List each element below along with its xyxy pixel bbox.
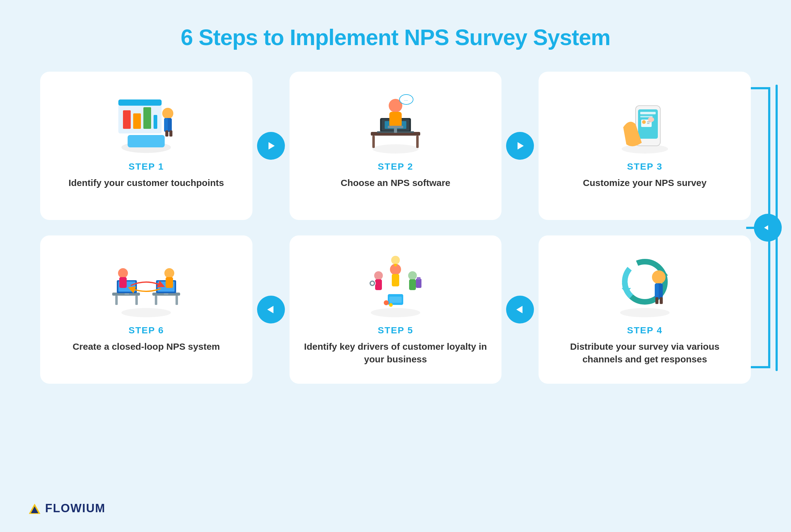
svg-point-73: [389, 303, 393, 307]
svg-rect-7: [154, 115, 157, 129]
row-2: STEP 6 Create a closed-loop NPS system: [40, 235, 751, 384]
svg-text:...: ...: [404, 97, 408, 102]
svg-rect-49: [155, 296, 157, 305]
step-5-label: STEP 5: [378, 325, 413, 336]
svg-rect-41: [115, 296, 118, 305]
svg-rect-55: [166, 277, 173, 288]
step-2-illustration: ...: [355, 87, 436, 155]
row-1: STEP 1 Identify your customer touchpoint…: [40, 72, 751, 220]
step-4-description: Distribute your survey via various chann…: [551, 340, 738, 365]
v-connector-arrow: [754, 214, 782, 242]
right-vertical-line: [768, 87, 770, 368]
svg-rect-5: [133, 113, 141, 129]
step-2-description: Choose an NPS software: [340, 177, 450, 189]
svg-rect-6: [143, 107, 151, 129]
step-3-label: STEP 3: [627, 161, 662, 172]
step-3-description: Customize your NPS survey: [583, 177, 707, 189]
step-1-description: Identify your customer touchpoints: [69, 177, 224, 189]
step-3-card: STEP 3 Customize your NPS survey: [539, 72, 751, 220]
svg-rect-42: [135, 296, 138, 305]
svg-point-39: [121, 308, 171, 317]
step-1-card: STEP 1 Identify your customer touchpoint…: [40, 72, 252, 220]
step-6-card: STEP 6 Create a closed-loop NPS system: [40, 235, 252, 384]
svg-rect-68: [416, 279, 421, 288]
svg-rect-17: [416, 136, 419, 148]
svg-rect-50: [175, 296, 178, 305]
step-6-illustration: [106, 251, 186, 319]
step-5-description: Identify key drivers of customer loyalty…: [302, 340, 489, 365]
svg-rect-83: [655, 297, 658, 304]
arrow-1-2: [252, 132, 289, 160]
svg-point-8: [162, 108, 173, 119]
arrow-btn-4-5: [506, 296, 534, 323]
svg-point-57: [371, 308, 420, 317]
svg-rect-32: [640, 112, 656, 114]
svg-point-72: [384, 300, 389, 305]
svg-rect-82: [655, 283, 659, 299]
svg-rect-63: [375, 279, 382, 290]
bottom-right-line: [751, 366, 770, 368]
step-3-illustration: [605, 87, 685, 155]
svg-rect-45: [125, 293, 129, 295]
svg-marker-56: [267, 306, 274, 313]
svg-point-14: [372, 144, 419, 154]
logo: FLOWIUM: [28, 501, 106, 515]
arrow-2-3: [502, 132, 539, 160]
steps-container: STEP 1 Identify your customer touchpoint…: [40, 72, 751, 384]
svg-point-65: [371, 282, 374, 285]
svg-rect-11: [165, 130, 168, 136]
svg-rect-23: [389, 112, 402, 127]
svg-point-66: [408, 271, 417, 280]
svg-rect-4: [123, 110, 131, 129]
svg-marker-74: [516, 306, 523, 313]
logo-text: FLOWIUM: [45, 502, 106, 515]
page-title: 6 Steps to Implement NPS Survey System: [181, 25, 610, 50]
arrow-btn-2-3: [506, 132, 534, 160]
svg-marker-28: [517, 142, 524, 150]
step-1-illustration: [106, 87, 186, 155]
step-5-card: STEP 5 Identify key drivers of customer …: [289, 235, 502, 384]
svg-rect-25: [394, 128, 397, 133]
logo-icon: [28, 501, 41, 515]
svg-point-80: [652, 270, 665, 284]
arrow-btn-5-6: [257, 296, 285, 323]
svg-rect-10: [164, 118, 168, 132]
svg-marker-13: [268, 142, 275, 150]
svg-rect-69: [417, 277, 420, 280]
svg-rect-24: [388, 126, 403, 128]
arrow-4-5: [502, 296, 539, 323]
svg-rect-61: [394, 264, 397, 266]
svg-point-60: [391, 256, 400, 264]
arrow-5-6: [252, 296, 289, 323]
step-1-label: STEP 1: [129, 161, 164, 172]
svg-rect-12: [169, 130, 172, 136]
svg-rect-16: [372, 136, 375, 148]
svg-rect-71: [389, 297, 402, 303]
top-right-line: [751, 87, 770, 89]
step-4-label: STEP 4: [627, 325, 662, 336]
step-4-card: STEP 4 Distribute your survey via variou…: [539, 235, 751, 384]
step-4-illustration: [605, 251, 685, 319]
svg-rect-84: [660, 297, 663, 304]
svg-point-75: [620, 308, 670, 317]
step-6-description: Create a closed-loop NPS system: [73, 340, 220, 353]
step-2-label: STEP 2: [378, 161, 413, 172]
svg-point-35: [642, 120, 646, 124]
svg-point-38: [648, 117, 654, 122]
step-5-illustration: [355, 251, 436, 319]
svg-point-46: [118, 268, 128, 278]
svg-rect-67: [409, 279, 416, 290]
svg-rect-1: [128, 135, 165, 147]
step-2-card: ... STEP 2 Choose an NPS software: [289, 72, 502, 220]
svg-point-62: [374, 271, 383, 280]
svg-rect-53: [164, 293, 168, 295]
svg-rect-3: [118, 99, 162, 106]
svg-rect-37: [647, 123, 649, 124]
svg-point-54: [164, 268, 174, 278]
svg-rect-47: [119, 277, 127, 288]
step-6-label: STEP 6: [129, 325, 164, 336]
arrow-btn-1-2: [257, 132, 285, 160]
svg-rect-59: [392, 274, 399, 286]
